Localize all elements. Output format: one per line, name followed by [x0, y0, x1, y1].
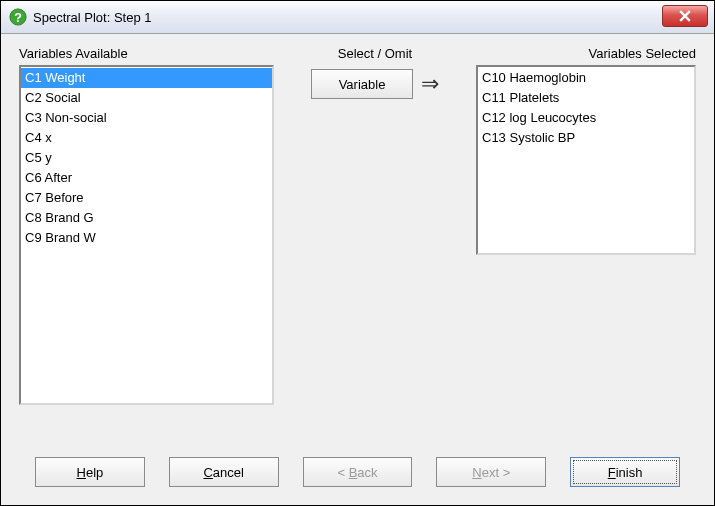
variable-button[interactable]: Variable: [311, 69, 413, 99]
list-item[interactable]: C11 Platelets: [478, 88, 694, 108]
col-available: Variables Available C1 Weight C2 Social …: [19, 46, 274, 443]
list-item[interactable]: C9 Brand W: [21, 228, 272, 248]
listbox-available[interactable]: C1 Weight C2 Social C3 Non-social C4 x C…: [19, 65, 274, 405]
col-selected: Variables Selected C10 Haemoglobin C11 P…: [476, 46, 696, 443]
titlebar: ? Spectral Plot: Step 1: [1, 1, 714, 34]
dialog-spectral-plot: ? Spectral Plot: Step 1 Variables Availa…: [0, 0, 715, 506]
back-button[interactable]: < Back: [303, 457, 413, 487]
button-row: Help Cancel < Back Next > Finish: [19, 443, 696, 505]
list-item[interactable]: C4 x: [21, 128, 272, 148]
listbox-selected[interactable]: C10 Haemoglobin C11 Platelets C12 log Le…: [476, 65, 696, 255]
finish-button[interactable]: Finish: [570, 457, 680, 487]
help-button[interactable]: Help: [35, 457, 145, 487]
arrow-right-icon: ⇒: [421, 71, 439, 97]
list-item[interactable]: C7 Before: [21, 188, 272, 208]
list-item[interactable]: C13 Systolic BP: [478, 128, 694, 148]
label-available: Variables Available: [19, 46, 274, 61]
col-middle: Select / Omit Variable ⇒: [274, 46, 476, 443]
next-button[interactable]: Next >: [436, 457, 546, 487]
help-icon: ?: [9, 8, 27, 26]
list-item[interactable]: C2 Social: [21, 88, 272, 108]
label-select-omit: Select / Omit: [338, 46, 412, 61]
list-item[interactable]: C1 Weight: [21, 68, 272, 88]
close-icon: [679, 10, 691, 22]
list-item[interactable]: C8 Brand G: [21, 208, 272, 228]
list-item[interactable]: C10 Haemoglobin: [478, 68, 694, 88]
main-row: Variables Available C1 Weight C2 Social …: [19, 46, 696, 443]
label-selected: Variables Selected: [476, 46, 696, 61]
list-item[interactable]: C12 log Leucocytes: [478, 108, 694, 128]
cancel-button[interactable]: Cancel: [169, 457, 279, 487]
dialog-body: Variables Available C1 Weight C2 Social …: [1, 34, 714, 505]
close-button[interactable]: [662, 5, 708, 27]
svg-text:?: ?: [14, 11, 22, 25]
list-item[interactable]: C6 After: [21, 168, 272, 188]
list-item[interactable]: C3 Non-social: [21, 108, 272, 128]
window-title: Spectral Plot: Step 1: [33, 10, 152, 25]
list-item[interactable]: C5 y: [21, 148, 272, 168]
